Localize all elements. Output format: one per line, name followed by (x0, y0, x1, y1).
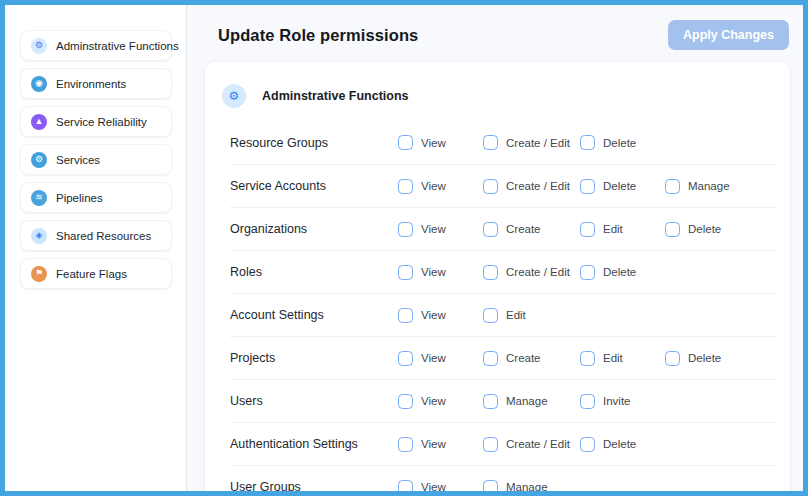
environments-icon: ◉ (31, 76, 47, 92)
permission-row-label: Users (230, 394, 398, 408)
permission-checkbox-label: View (421, 309, 446, 321)
main-content: Update Role permissions Apply Changes ⚙ … (187, 5, 803, 491)
permission-row: Users View Manage Invite (230, 379, 777, 422)
permission-checkbox[interactable] (665, 222, 680, 237)
permission-cell: View (398, 222, 483, 237)
permission-cell: Edit (483, 308, 580, 323)
service-reliability-icon: ▲ (31, 114, 47, 130)
permission-checkbox-label: Create / Edit (506, 438, 570, 450)
permission-checkbox[interactable] (398, 265, 413, 280)
permission-row-label: Resource Groups (230, 136, 398, 150)
permission-checkbox[interactable] (580, 222, 595, 237)
sidebar-item-label: Adminstrative Functions (56, 40, 179, 52)
permission-checkbox[interactable] (483, 222, 498, 237)
permission-checkbox-label: Delete (688, 223, 721, 235)
panel-title: Adminstrative Functions (262, 89, 409, 103)
permission-checkbox[interactable] (398, 179, 413, 194)
sidebar-item[interactable]: ◉ Environments (20, 68, 172, 99)
pipelines-icon: ≋ (31, 190, 47, 206)
permission-checkbox[interactable] (483, 135, 498, 150)
permission-checkbox[interactable] (580, 351, 595, 366)
permission-checkbox[interactable] (580, 265, 595, 280)
app-window: ⚙ Adminstrative Functions ◉ Environments… (0, 0, 808, 496)
permission-checkbox[interactable] (665, 351, 680, 366)
permission-cell: Manage (665, 179, 750, 194)
admin-gear-icon: ⚙ (222, 84, 246, 108)
permission-cell: View (398, 135, 483, 150)
permission-checkbox-label: Create / Edit (506, 180, 570, 192)
permission-checkbox[interactable] (580, 179, 595, 194)
permission-cell: Delete (580, 265, 665, 280)
permission-checkbox[interactable] (580, 394, 595, 409)
permission-cell: Manage (483, 394, 580, 409)
panel-header: ⚙ Adminstrative Functions (205, 62, 790, 121)
feature-flag-icon: ⚑ (31, 266, 47, 282)
permission-cell: Edit (580, 351, 665, 366)
permission-checkbox[interactable] (665, 179, 680, 194)
permission-cell: View (398, 351, 483, 366)
permission-row: Authentication Settings View Create / Ed… (230, 422, 777, 465)
permission-cell: Delete (665, 351, 750, 366)
permission-cell: Delete (580, 437, 665, 452)
permission-row-label: Authentication Settings (230, 437, 398, 451)
permission-checkbox[interactable] (483, 351, 498, 366)
shared-resources-icon: ◈ (31, 228, 47, 244)
permission-checkbox-label: View (421, 352, 446, 364)
permission-cell: Delete (665, 222, 750, 237)
permission-checkbox-label: Create / Edit (506, 266, 570, 278)
permission-cell: Manage (483, 480, 580, 492)
permission-cell: View (398, 265, 483, 280)
permission-row-label: Account Settings (230, 308, 398, 322)
permission-checkbox-label: Manage (506, 395, 548, 407)
permission-checkbox-label: Create (506, 352, 541, 364)
permissions-panel: ⚙ Adminstrative Functions Resource Group… (204, 61, 791, 491)
permission-row: User Groups View Manage (230, 465, 777, 491)
sidebar-item-label: Feature Flags (56, 268, 127, 280)
permission-row-label: Service Accounts (230, 179, 398, 193)
permission-checkbox-label: View (421, 137, 446, 149)
permission-checkbox[interactable] (483, 265, 498, 280)
permission-checkbox[interactable] (398, 480, 413, 492)
permission-checkbox[interactable] (483, 480, 498, 492)
permission-checkbox[interactable] (483, 179, 498, 194)
permission-cell: View (398, 480, 483, 492)
permission-checkbox[interactable] (398, 308, 413, 323)
permission-row-label: User Groups (230, 480, 398, 491)
permission-checkbox[interactable] (398, 351, 413, 366)
permission-row: Roles View Create / Edit Delete (230, 250, 777, 293)
permission-checkbox-label: Manage (688, 180, 730, 192)
sidebar-item-label: Service Reliability (56, 116, 147, 128)
sidebar-item[interactable]: ▲ Service Reliability (20, 106, 172, 137)
permission-checkbox-label: View (421, 180, 446, 192)
permission-cell: Create (483, 222, 580, 237)
sidebar-item[interactable]: ⚙ Adminstrative Functions (20, 30, 172, 61)
permission-cell: Invite (580, 394, 665, 409)
permission-cell: Edit (580, 222, 665, 237)
permission-checkbox-label: Create / Edit (506, 137, 570, 149)
permission-checkbox-label: View (421, 481, 446, 491)
sidebar-item[interactable]: ≋ Pipelines (20, 182, 172, 213)
permission-checkbox[interactable] (398, 222, 413, 237)
permission-checkbox[interactable] (398, 135, 413, 150)
permission-cell: View (398, 437, 483, 452)
permission-cell: Create (483, 351, 580, 366)
apply-changes-button[interactable]: Apply Changes (668, 20, 789, 50)
permission-cell: Create / Edit (483, 265, 580, 280)
permission-checkbox[interactable] (398, 394, 413, 409)
permission-checkbox-label: View (421, 395, 446, 407)
sidebar-list: ⚙ Adminstrative Functions ◉ Environments… (20, 30, 172, 289)
permission-checkbox[interactable] (580, 135, 595, 150)
permission-cell: Delete (580, 135, 665, 150)
permission-checkbox[interactable] (483, 394, 498, 409)
permission-checkbox[interactable] (398, 437, 413, 452)
permission-row-label: Roles (230, 265, 398, 279)
sidebar-item[interactable]: ◈ Shared Resources (20, 220, 172, 251)
permission-checkbox[interactable] (580, 437, 595, 452)
sidebar-item[interactable]: ⚙ Services (20, 144, 172, 175)
permission-row: Projects View Create Edit Delete (230, 336, 777, 379)
permission-checkbox[interactable] (483, 308, 498, 323)
sidebar-item-label: Shared Resources (56, 230, 151, 242)
permission-checkbox[interactable] (483, 437, 498, 452)
permission-row: Account Settings View Edit (230, 293, 777, 336)
sidebar-item[interactable]: ⚑ Feature Flags (20, 258, 172, 289)
